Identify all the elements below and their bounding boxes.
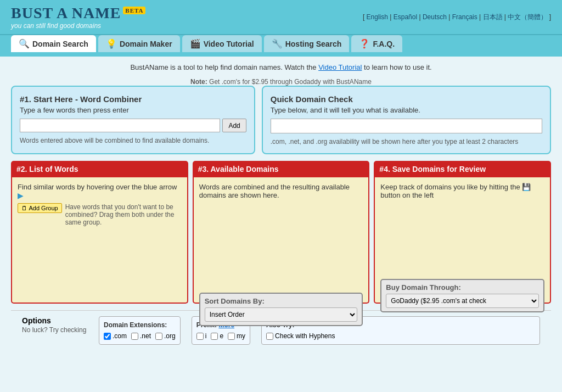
ext-net-label[interactable]: .net [131, 332, 151, 340]
logo-area: BUST A NAMEBETA you can still find good … [11, 4, 145, 30]
tab-domain-maker-label: Domain Maker [120, 40, 172, 48]
main-content: BustAName is a tool to help find domain … [0, 57, 562, 357]
lang-english[interactable]: English [367, 13, 388, 21]
question-icon: ❓ [359, 38, 370, 49]
language-bar: [ English | Español | Deutsch | Français… [363, 13, 551, 22]
words-panel-header: #2. List of Words [11, 161, 188, 177]
word-combiner-input[interactable] [20, 119, 220, 132]
lang-espanol[interactable]: Español [394, 13, 417, 21]
save-panel-text2: button on the left [380, 191, 434, 199]
logo-tagline: you can still find good domains [11, 22, 145, 30]
wrench-icon: 🔧 [272, 38, 283, 49]
blue-arrow-icon: ▶ [18, 191, 24, 200]
lang-deutsch[interactable]: Deutsch [423, 13, 447, 21]
quick-check-input[interactable] [271, 119, 542, 133]
note-label: Note: [190, 78, 207, 86]
save-panel-header: #4. Save Domains for Review [374, 161, 551, 177]
quick-check-subtitle: Type below, and it will tell you what is… [271, 106, 542, 114]
domain-extensions-group: Domain Extensions: .com .net .org [99, 316, 181, 345]
lang-chinese[interactable]: 中文（簡體） [508, 13, 547, 21]
quick-check-desc: .com, .net, and .org availability will b… [271, 138, 542, 145]
add-group-button[interactable]: 🗒 Add Group [18, 203, 62, 213]
word-combiner-title: #1. Start Here - Word Combiner [20, 94, 246, 104]
tab-hosting-search[interactable]: 🔧 Hosting Search [264, 35, 350, 52]
ext-org-checkbox[interactable] [155, 333, 162, 340]
info-note: Note: Get .com's for $2.95 through Godad… [11, 78, 551, 86]
hyphen-checkbox[interactable] [266, 333, 273, 340]
save-icon: 💾 [522, 183, 531, 191]
word-combiner-desc: Words entered above will be combined to … [20, 137, 246, 144]
options-subtitle: No luck? Try checking [22, 326, 88, 334]
save-panel-text: Keep track of domains you like by hittin… [380, 183, 520, 191]
sort-label: Sort Domains By: [205, 297, 358, 305]
tab-domain-maker[interactable]: 💡 Domain Maker [98, 35, 180, 52]
tab-video-label: Video Tutorial [204, 40, 254, 48]
save-panel-body: Keep track of domains you like by hittin… [374, 177, 551, 304]
words-panel-text: Find similar words by hovering over the … [18, 183, 177, 191]
domains-panel-body: Words are combined and the resulting ava… [193, 177, 370, 304]
bottom-panels: #2. List of Words Find similar words by … [11, 161, 551, 304]
prefix-checkboxes: i e my [196, 332, 245, 340]
nav-bar: 🔍 Domain Search 💡 Domain Maker 🎬 Video T… [0, 35, 562, 57]
words-panel: #2. List of Words Find similar words by … [11, 161, 188, 304]
prefix-e-checkbox[interactable] [211, 333, 218, 340]
tab-hosting-label: Hosting Search [285, 40, 342, 48]
quick-check-title: Quick Domain Check [271, 94, 542, 104]
extensions-checkboxes: .com .net .org [104, 332, 176, 340]
prefix-i-checkbox[interactable] [196, 333, 204, 340]
info-main: BustAName is a tool to help find domain … [130, 63, 316, 71]
buy-row: Buy Domain Through: GoDaddy ($2.95 .com'… [380, 279, 544, 312]
tab-domain-search-label: Domain Search [32, 40, 88, 48]
buy-select[interactable]: GoDaddy ($2.95 .com's at check NameCheap… [386, 294, 539, 308]
options-title: Options [22, 316, 88, 325]
words-panel-body: Find similar words by hovering over the … [11, 177, 188, 304]
tab-video-tutorial[interactable]: 🎬 Video Tutorial [182, 35, 262, 52]
options-section: Options No luck? Try checking [22, 316, 88, 334]
word-combiner-subtitle: Type a few words then press enter [20, 106, 246, 114]
tab-domain-search[interactable]: 🔍 Domain Search [11, 35, 96, 52]
quick-check-panel: Quick Domain Check Type below, and it wi… [262, 86, 551, 154]
logo-name: BUST A NAME [11, 4, 121, 21]
tab-faq[interactable]: ❓ F.A.Q. [351, 35, 402, 52]
ext-net-checkbox[interactable] [131, 333, 138, 340]
domains-panel-header: #3. Available Domains [193, 161, 370, 177]
ext-org-label[interactable]: .org [155, 332, 176, 340]
also-try-checkboxes: Check with Hyphens [266, 332, 535, 340]
top-panels: #1. Start Here - Word Combiner Type a fe… [11, 86, 551, 154]
header: BUST A NAMEBETA you can still find good … [0, 0, 562, 35]
word-combiner-panel: #1. Start Here - Word Combiner Type a fe… [11, 86, 255, 154]
domains-panel-text: Words are combined and the resulting ava… [199, 183, 350, 199]
sort-row: Sort Domains By: Insert Order Alphabetic… [199, 293, 363, 326]
note-text: Get .com's for $2.95 through Godaddy wit… [209, 78, 372, 86]
domains-panel: #3. Available Domains Words are combined… [193, 161, 370, 304]
ext-com-checkbox[interactable] [104, 333, 111, 340]
video-tutorial-link[interactable]: Video Tutorial [318, 63, 362, 71]
add-group-desc: Have words that you don't want to be com… [65, 203, 182, 226]
sort-select[interactable]: Insert Order Alphabetical Length Random [205, 307, 358, 322]
prefix-i-label[interactable]: i [196, 332, 207, 340]
prefix-my-checkbox[interactable] [228, 333, 235, 340]
bulb-icon: 💡 [106, 38, 117, 49]
info-text: BustAName is a tool to help find domain … [11, 63, 551, 71]
word-combiner-input-row: Add [20, 119, 246, 132]
video-icon: 🎬 [190, 38, 201, 49]
add-button[interactable]: Add [222, 119, 246, 132]
beta-badge: BETA [123, 7, 145, 14]
prefix-my-label[interactable]: my [228, 332, 245, 340]
ext-com-label[interactable]: .com [104, 332, 127, 340]
tab-faq-label: F.A.Q. [373, 40, 395, 48]
extensions-title: Domain Extensions: [104, 321, 176, 329]
logo-text: BUST A NAMEBETA [11, 4, 145, 22]
save-panel: #4. Save Domains for Review Keep track o… [374, 161, 551, 304]
info-main-end: to learn how to use it. [364, 63, 432, 71]
buy-label: Buy Domain Through: [386, 283, 539, 292]
add-group-row: 🗒 Add Group Have words that you don't wa… [18, 203, 182, 226]
lang-japanese[interactable]: 日本語 [483, 13, 503, 21]
lang-francais[interactable]: Français [452, 13, 477, 21]
prefix-e-label[interactable]: e [211, 332, 223, 340]
hyphen-label[interactable]: Check with Hyphens [266, 332, 335, 340]
search-icon: 🔍 [19, 38, 30, 49]
